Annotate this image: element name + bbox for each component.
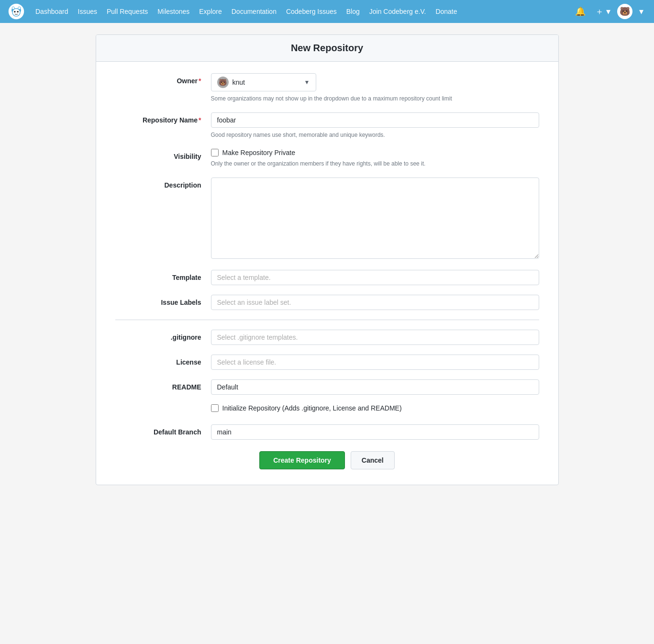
repo-name-hint: Good repository names use short, memorab… [211,131,539,139]
repo-name-control-area: Good repository names use short, memorab… [211,112,539,139]
description-label: Description [115,178,211,189]
repo-name-row: Repository Name* Good repository names u… [115,112,539,139]
gitignore-control-area [211,330,539,345]
default-branch-control-area [211,424,539,440]
owner-avatar-icon: 🐻 [217,77,229,88]
user-avatar-button[interactable]: 🐻 [617,4,632,19]
button-row: Create Repository Cancel [115,451,539,469]
issue-labels-label: Issue Labels [115,295,211,306]
gitignore-row: .gitignore [115,330,539,345]
init-repo-checkbox-row: Initialize Repository (Adds .gitignore, … [211,404,539,412]
visibility-hint: Only the owner or the organization membe… [211,159,539,168]
issue-labels-control-area [211,295,539,310]
svg-point-3 [12,9,20,16]
form-card: New Repository Owner* 🐻 knut ▼ Some org [96,34,559,485]
nav-issues[interactable]: Issues [73,0,102,23]
page-title: New Repository [108,43,547,54]
owner-hint: Some organizations may not show up in th… [211,94,539,103]
template-row: Template [115,270,539,285]
default-branch-row: Default Branch [115,424,539,440]
visibility-label: Visibility [115,149,211,160]
license-label: License [115,355,211,366]
default-branch-input[interactable] [211,424,539,440]
create-repository-button[interactable]: Create Repository [259,451,345,469]
nav-right: 🔔 ＋ ▾ 🐻 ▾ [572,4,646,19]
description-control-area [211,178,539,260]
svg-point-5 [17,11,19,13]
private-repo-checkbox-label[interactable]: Make Repository Private [222,149,296,156]
readme-row: README [115,379,539,395]
init-repo-row: Initialize Repository (Adds .gitignore, … [115,404,539,415]
user-menu-button[interactable]: ▾ [636,4,646,19]
default-branch-label: Default Branch [115,424,211,436]
description-input[interactable] [211,178,539,259]
issue-labels-row: Issue Labels [115,295,539,310]
nav-milestones[interactable]: Milestones [153,0,194,23]
visibility-control-area: Make Repository Private Only the owner o… [211,149,539,168]
repo-name-label: Repository Name* [115,112,211,124]
nav-donate[interactable]: Donate [431,0,462,23]
license-input[interactable] [211,355,539,370]
form-card-header: New Repository [96,35,558,62]
nav-documentation[interactable]: Documentation [227,0,281,23]
init-repo-checkbox[interactable] [211,404,219,412]
init-repo-control-area: Initialize Repository (Adds .gitignore, … [211,404,539,415]
init-repo-spacer [115,404,211,408]
cancel-button[interactable]: Cancel [351,451,395,469]
section-divider [115,320,539,320]
private-repo-checkbox[interactable] [211,149,219,156]
visibility-checkbox-row: Make Repository Private [211,149,539,156]
notification-bell-button[interactable]: 🔔 [572,4,588,19]
init-repo-checkbox-label[interactable]: Initialize Repository (Adds .gitignore, … [222,404,402,412]
license-row: License [115,355,539,370]
readme-label: README [115,379,211,391]
visibility-row: Visibility Make Repository Private Only … [115,149,539,168]
nav-pull-requests[interactable]: Pull Requests [102,0,153,23]
create-new-button[interactable]: ＋ ▾ [592,4,613,19]
svg-point-4 [14,11,16,13]
issue-labels-input[interactable] [211,295,539,310]
owner-control-area: 🐻 knut ▼ Some organizations may not show… [211,73,539,103]
template-label: Template [115,270,211,281]
owner-name: knut [233,78,245,86]
readme-input[interactable] [211,379,539,395]
template-input[interactable] [211,270,539,285]
owner-dropdown-arrow: ▼ [304,79,310,86]
page-wrapper: New Repository Owner* 🐻 knut ▼ Some org [88,34,566,485]
owner-label: Owner* [115,73,211,85]
owner-dropdown[interactable]: 🐻 knut ▼ [211,73,316,91]
navbar: Dashboard Issues Pull Requests Milestone… [0,0,654,23]
description-row: Description [115,178,539,260]
template-control-area [211,270,539,285]
nav-links: Dashboard Issues Pull Requests Milestone… [31,0,572,23]
owner-row: Owner* 🐻 knut ▼ Some organizations may n… [115,73,539,103]
repo-name-input[interactable] [211,112,539,128]
svg-point-7 [18,7,21,9]
form-card-body: Owner* 🐻 knut ▼ Some organizations may n… [96,62,558,485]
site-logo[interactable] [8,3,25,20]
nav-dashboard[interactable]: Dashboard [31,0,73,23]
nav-blog[interactable]: Blog [342,0,365,23]
readme-control-area [211,379,539,395]
nav-codeberg-issues[interactable]: Codeberg Issues [281,0,342,23]
gitignore-input[interactable] [211,330,539,345]
license-control-area [211,355,539,370]
svg-point-6 [12,7,14,9]
nav-explore[interactable]: Explore [194,0,226,23]
gitignore-label: .gitignore [115,330,211,341]
nav-join[interactable]: Join Codeberg e.V. [365,0,431,23]
